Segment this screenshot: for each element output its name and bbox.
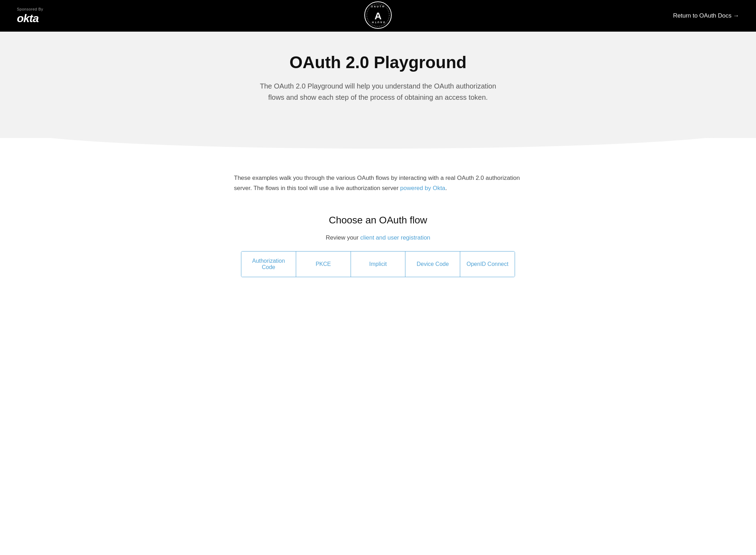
oauth-logo-container: OAUTH A OAUTH [364,1,392,31]
okta-link[interactable]: powered by Okta [400,185,445,191]
flow-button-device-code[interactable]: Device Code [405,252,460,277]
header: Sponsored By okta OAUTH A OAUTH Return t… [0,0,756,32]
client-registration-link[interactable]: client and user registration [360,234,430,241]
choose-flow-title: Choose an OAuth flow [234,215,522,226]
intro-text-before-link: These examples walk you through the vari… [234,175,520,191]
flow-buttons-group: Authorization CodePKCEImplicitDevice Cod… [241,251,515,277]
flow-button-openid-connect[interactable]: OpenID Connect [460,252,515,277]
okta-logo: okta [17,12,39,25]
svg-text:OAUTH: OAUTH [371,21,385,24]
review-text: Review your client and user registration [234,234,522,241]
hero-description: The OAuth 2.0 Playground will help you u… [259,80,497,103]
hero-section: OAuth 2.0 Playground The OAuth 2.0 Playg… [0,32,756,138]
intro-paragraph: These examples walk you through the vari… [234,173,522,194]
flow-button-implicit[interactable]: Implicit [351,252,406,277]
sponsored-by-label: Sponsored By [17,7,43,11]
header-left: Sponsored By okta [17,7,43,25]
oauth-logo: OAUTH A OAUTH [364,1,392,29]
choose-flow-section: Choose an OAuth flow Review your client … [234,215,522,277]
review-text-prefix: Review your [326,234,360,241]
hero-title: OAuth 2.0 Playground [14,53,742,72]
svg-text:OAUTH: OAUTH [371,5,385,8]
intro-text-after-link: . [445,185,447,191]
svg-text:A: A [374,11,382,21]
flow-button-auth-code[interactable]: Authorization Code [241,252,296,277]
main-content: These examples walk you through the vari… [220,138,536,298]
return-to-docs-link[interactable]: Return to OAuth Docs → [673,12,739,19]
flow-button-pkce[interactable]: PKCE [296,252,351,277]
